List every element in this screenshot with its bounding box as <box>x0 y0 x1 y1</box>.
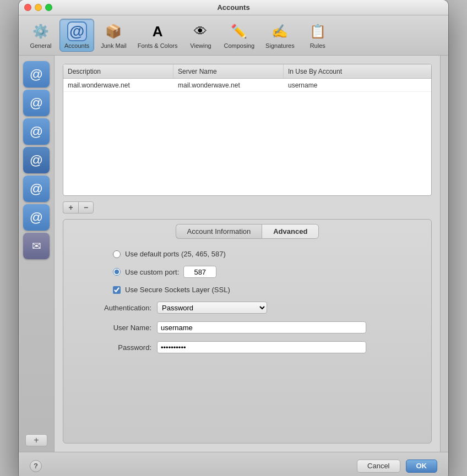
col-in-use: In Use By Account <box>284 64 431 78</box>
sidebar-item-5[interactable]: @ <box>23 176 50 202</box>
cell-in-use: username <box>284 81 431 89</box>
password-input[interactable] <box>157 341 366 353</box>
sidebar-item-7[interactable]: ✉ <box>23 233 50 259</box>
sidebar-item-3[interactable]: @ <box>23 118 50 145</box>
use-custom-port-row: Use custom port: <box>80 266 415 278</box>
username-label: User Name: <box>80 324 151 332</box>
sidebar-item-6[interactable]: @ <box>23 204 50 231</box>
tab-content-advanced: Use default ports (25, 465, 587) Use cus… <box>63 239 431 364</box>
use-ssl-label: Use Secure Sockets Layer (SSL) <box>125 286 230 294</box>
toolbar-junk-mail-label: Junk Mail <box>101 42 126 49</box>
sidebar-item-2[interactable]: @ <box>23 90 50 116</box>
toolbar-junk-mail[interactable]: 📦 Junk Mail <box>96 19 131 51</box>
table-body: mail.wonderwave.net mail.wonderwave.net … <box>63 79 431 195</box>
composing-icon: ✏️ <box>229 21 249 41</box>
close-button[interactable] <box>24 4 31 11</box>
custom-port-input[interactable] <box>183 266 216 278</box>
username-input[interactable] <box>157 321 366 333</box>
viewing-icon: 👁 <box>191 21 210 41</box>
use-default-ports-row: Use default ports (25, 465, 587) <box>80 250 415 258</box>
toolbar-viewing-label: Viewing <box>190 42 211 49</box>
signatures-icon: ✍️ <box>270 21 290 41</box>
table-header: Description Server Name In Use By Accoun… <box>63 64 431 79</box>
use-default-ports-label: Use default ports (25, 465, 587) <box>125 250 226 258</box>
sidebar-bottom: + <box>21 434 51 446</box>
sidebar-add-button[interactable]: + <box>25 434 47 446</box>
button-group: Cancel OK <box>357 459 437 473</box>
toolbar-general-label: General <box>30 42 51 49</box>
username-row: User Name: <box>80 321 415 333</box>
toolbar-viewing[interactable]: 👁 Viewing <box>184 19 217 51</box>
add-server-button[interactable]: + <box>63 201 78 214</box>
main-content: @ @ @ @ @ @ ✉ + Description Server Name … <box>19 56 448 452</box>
server-table: Description Server Name In Use By Accoun… <box>63 64 432 196</box>
use-custom-port-radio[interactable] <box>113 268 121 276</box>
sidebar: @ @ @ @ @ @ ✉ + <box>19 56 55 452</box>
tab-account-information[interactable]: Account Information <box>176 224 262 239</box>
use-ssl-row: Use Secure Sockets Layer (SSL) <box>80 286 415 294</box>
traffic-lights <box>24 4 52 11</box>
toolbar: ⚙️ General @ Accounts 📦 Junk Mail A Font… <box>19 15 448 56</box>
ok-button[interactable]: OK <box>406 459 438 473</box>
bottom-bar: ? Cancel OK <box>19 452 448 476</box>
titlebar: Accounts <box>19 0 448 15</box>
authentication-row: Authentication: Password MD5 Challenge-R… <box>80 302 415 314</box>
toolbar-composing-label: Composing <box>224 42 254 49</box>
remove-server-button[interactable]: − <box>78 201 94 214</box>
authentication-select[interactable]: Password MD5 Challenge-Response NTLM Ker… <box>157 302 267 314</box>
use-custom-port-label: Use custom port: <box>125 268 179 276</box>
fonts-colors-icon: A <box>148 21 167 41</box>
accounts-window: Accounts ⚙️ General @ Accounts 📦 Junk Ma… <box>19 0 448 476</box>
cell-server-name: mail.wonderwave.net <box>173 81 284 89</box>
help-button[interactable]: ? <box>30 460 42 472</box>
sidebar-item-1[interactable]: @ <box>23 61 50 87</box>
password-label: Password: <box>80 343 151 352</box>
rules-icon: 📋 <box>308 21 328 41</box>
toolbar-fonts-colors[interactable]: A Fonts & Colors <box>133 19 182 51</box>
use-ssl-checkbox[interactable] <box>113 286 121 294</box>
tab-bar: Account Information Advanced <box>63 220 431 239</box>
toolbar-rules[interactable]: 📋 Rules <box>301 19 334 51</box>
scrollbar[interactable] <box>440 56 448 452</box>
junk-mail-icon: 📦 <box>104 21 123 41</box>
toolbar-signatures[interactable]: ✍️ Signatures <box>261 19 299 51</box>
table-row[interactable]: mail.wonderwave.net mail.wonderwave.net … <box>63 79 431 92</box>
sidebar-item-4[interactable]: @ <box>23 147 50 173</box>
accounts-icon: @ <box>67 21 87 41</box>
col-server-name: Server Name <box>173 64 284 78</box>
cell-description: mail.wonderwave.net <box>63 81 173 89</box>
authentication-label: Authentication: <box>80 304 151 312</box>
panel: Description Server Name In Use By Accoun… <box>55 56 440 452</box>
tab-advanced[interactable]: Advanced <box>262 224 319 239</box>
general-icon: ⚙️ <box>31 21 51 41</box>
toolbar-composing[interactable]: ✏️ Composing <box>219 19 259 51</box>
toolbar-fonts-colors-label: Fonts & Colors <box>138 42 178 49</box>
toolbar-rules-label: Rules <box>310 42 325 49</box>
toolbar-accounts[interactable]: @ Accounts <box>59 19 94 52</box>
toolbar-general[interactable]: ⚙️ General <box>24 19 57 51</box>
add-remove-bar: + − <box>63 201 432 214</box>
toolbar-accounts-label: Accounts <box>64 42 89 49</box>
window-title: Accounts <box>217 3 249 12</box>
cancel-button[interactable]: Cancel <box>357 459 400 473</box>
maximize-button[interactable] <box>45 4 52 11</box>
use-default-ports-radio[interactable] <box>113 250 121 258</box>
tab-panel: Account Information Advanced Use default… <box>63 219 432 444</box>
toolbar-signatures-label: Signatures <box>265 42 295 49</box>
minimize-button[interactable] <box>35 4 42 11</box>
col-description: Description <box>63 64 173 78</box>
password-row: Password: <box>80 341 415 353</box>
